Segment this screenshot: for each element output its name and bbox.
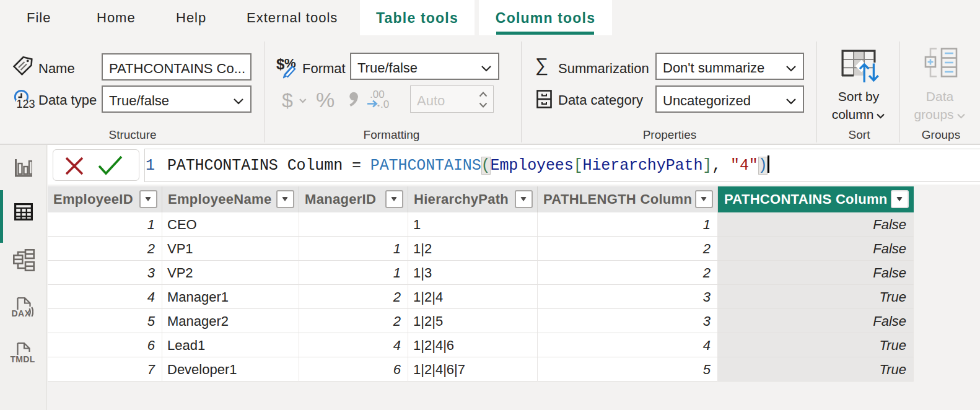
svg-text:$: $ (282, 89, 293, 111)
svg-text:%: % (316, 88, 335, 111)
svg-text:DAX: DAX (12, 308, 31, 318)
svg-text:.0: .0 (380, 98, 389, 110)
svg-text:TMDL: TMDL (11, 354, 35, 364)
svg-text:$: $ (276, 56, 285, 72)
svg-text:123: 123 (17, 98, 35, 110)
